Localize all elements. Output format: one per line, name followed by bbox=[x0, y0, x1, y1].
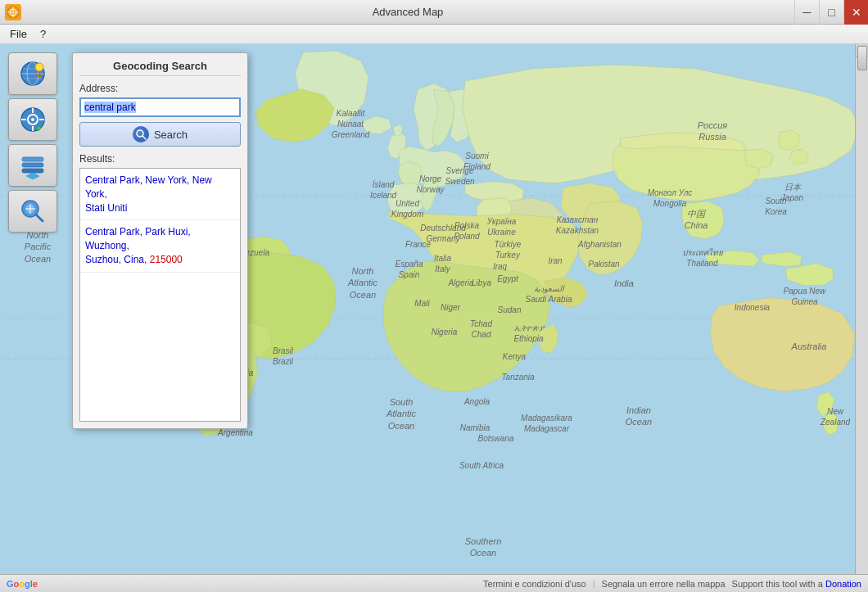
report-link[interactable]: Segnala un errore nella mappa bbox=[602, 579, 726, 589]
support-label: Support this tool with a bbox=[732, 579, 823, 589]
scroll-thumb[interactable] bbox=[857, 46, 867, 70]
svg-point-14 bbox=[35, 63, 43, 71]
window-title: Advanced Map bbox=[21, 6, 794, 18]
window-controls: ─ □ ✕ bbox=[794, 0, 868, 25]
help-menu[interactable]: ? bbox=[34, 26, 52, 42]
globe-icon bbox=[18, 59, 47, 88]
donation-link[interactable]: Donation bbox=[825, 579, 861, 589]
address-label: Address: bbox=[79, 83, 241, 94]
restore-button[interactable]: □ bbox=[819, 0, 843, 25]
globe-tool-button[interactable] bbox=[8, 52, 57, 95]
svg-point-19 bbox=[31, 118, 34, 121]
svg-rect-25 bbox=[22, 163, 43, 167]
address-input[interactable] bbox=[79, 97, 241, 117]
results-list[interactable]: Central Park, New York, New York,Stati U… bbox=[79, 168, 241, 422]
support-text: Support this tool with a Donation bbox=[732, 579, 861, 589]
zoom-tool-button[interactable] bbox=[8, 190, 57, 233]
close-button[interactable]: ✕ bbox=[843, 0, 868, 25]
svg-line-33 bbox=[142, 136, 146, 139]
geocoding-panel: Geocoding Search Address: Search Results… bbox=[72, 52, 248, 429]
svg-rect-24 bbox=[22, 157, 43, 161]
search-button-label: Search bbox=[154, 129, 188, 141]
result-item-1[interactable]: Central Park, New York, New York,Stati U… bbox=[80, 169, 240, 220]
menu-bar: File ? bbox=[0, 25, 868, 44]
status-right: Termini e condizioni d'uso | Segnala un … bbox=[483, 579, 861, 589]
search-icon bbox=[133, 126, 149, 142]
result-item-2[interactable]: Central Park, Park Huxi, Wuzhong,Suzhou,… bbox=[80, 220, 240, 272]
settings-icon bbox=[18, 105, 47, 134]
app-icon bbox=[5, 4, 21, 20]
terms-link[interactable]: Termini e condizioni d'uso bbox=[483, 579, 586, 589]
panel-title: Geocoding Search bbox=[79, 60, 241, 76]
layers-tool-button[interactable] bbox=[8, 144, 57, 187]
svg-rect-26 bbox=[22, 169, 43, 173]
toolbar bbox=[8, 52, 66, 233]
minimize-button[interactable]: ─ bbox=[794, 0, 819, 25]
status-left: Google oogle bbox=[7, 579, 38, 589]
layers-icon bbox=[18, 151, 47, 180]
zoom-icon bbox=[18, 197, 47, 226]
scrollbar[interactable]: ▲ ▼ bbox=[855, 44, 868, 592]
main-area: NorthPacificOcean NorthAtlanticOcean Sou… bbox=[0, 44, 868, 592]
file-menu[interactable]: File bbox=[3, 26, 34, 42]
result-1-text: Central Park, New York, New York,Stati U… bbox=[85, 174, 212, 214]
status-bar: Google oogle Termini e condizioni d'uso … bbox=[0, 574, 868, 592]
google-logo: Google bbox=[7, 579, 38, 589]
svg-line-29 bbox=[36, 215, 43, 221]
title-bar: Advanced Map ─ □ ✕ bbox=[0, 0, 868, 25]
result-2-text: Central Park, Park Huxi, Wuzhong,Suzhou,… bbox=[85, 226, 191, 265]
settings-tool-button[interactable] bbox=[8, 98, 57, 141]
status-separator: | bbox=[593, 579, 595, 589]
search-button[interactable]: Search bbox=[79, 122, 241, 147]
results-label: Results: bbox=[79, 153, 241, 165]
